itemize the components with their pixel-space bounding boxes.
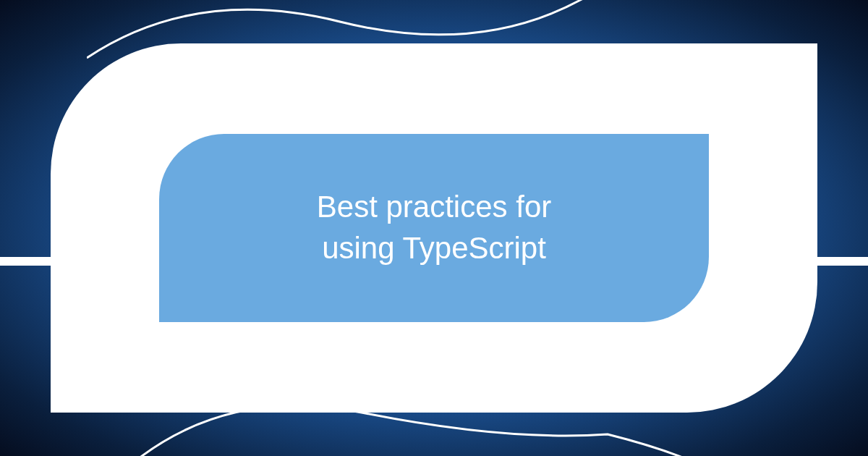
page-title: Best practices for using TypeScript bbox=[288, 187, 580, 269]
inner-title-panel: Best practices for using TypeScript bbox=[159, 134, 709, 322]
title-line-2: using TypeScript bbox=[322, 231, 546, 265]
title-line-1: Best practices for bbox=[317, 190, 551, 224]
